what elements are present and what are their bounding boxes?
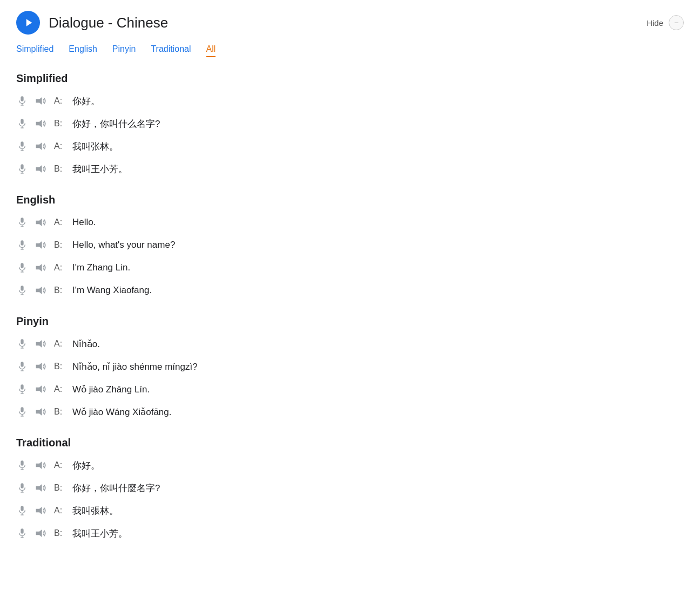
section-pinyin: Pinyin A:Nǐhǎo. B:Nǐhǎo, nǐ jiào shénme … bbox=[16, 315, 684, 420]
mic-icon[interactable] bbox=[16, 361, 28, 372]
speaker-label: A: bbox=[54, 218, 67, 227]
speaker-label: A: bbox=[54, 384, 67, 394]
svg-marker-64 bbox=[36, 529, 42, 537]
section-title-pinyin: Pinyin bbox=[16, 315, 684, 328]
svg-rect-49 bbox=[21, 460, 23, 465]
table-row: A:我叫張林。 bbox=[16, 502, 684, 519]
svg-marker-28 bbox=[36, 264, 42, 271]
table-row: A:Nǐhǎo. bbox=[16, 335, 684, 352]
tab-traditional[interactable]: Traditional bbox=[151, 44, 191, 57]
speaker-label: B: bbox=[54, 362, 67, 371]
table-row: B:Nǐhǎo, nǐ jiào shénme míngzì? bbox=[16, 358, 684, 375]
svg-rect-33 bbox=[21, 339, 23, 344]
speaker-icon[interactable] bbox=[33, 140, 49, 152]
speaker-icon[interactable] bbox=[33, 527, 49, 539]
header-left: Dialogue - Chinese bbox=[16, 11, 168, 35]
dialogue-text: Nǐhǎo. bbox=[72, 338, 100, 350]
speaker-icon[interactable] bbox=[33, 95, 49, 107]
table-row: A:I'm Zhang Lin. bbox=[16, 259, 684, 276]
speaker-icon[interactable] bbox=[33, 338, 49, 350]
table-row: A:Hello. bbox=[16, 214, 684, 231]
mic-icon[interactable] bbox=[16, 406, 28, 418]
dialogue-text: 你好，你叫什么名字? bbox=[72, 118, 160, 130]
dialogue-text: 我叫张林。 bbox=[72, 140, 118, 153]
tab-simplified[interactable]: Simplified bbox=[16, 44, 53, 57]
header: Dialogue - Chinese Hide − bbox=[16, 11, 684, 35]
play-button[interactable] bbox=[16, 11, 40, 35]
tab-english[interactable]: English bbox=[69, 44, 97, 57]
speaker-label: B: bbox=[54, 286, 67, 295]
svg-rect-1 bbox=[21, 96, 23, 101]
hide-link[interactable]: Hide bbox=[647, 18, 663, 28]
mic-icon[interactable] bbox=[16, 216, 28, 228]
speaker-icon[interactable] bbox=[33, 459, 49, 471]
svg-rect-9 bbox=[21, 141, 23, 146]
svg-marker-24 bbox=[36, 241, 42, 249]
svg-rect-17 bbox=[21, 218, 23, 222]
speaker-label: B: bbox=[54, 407, 67, 417]
mic-icon[interactable] bbox=[16, 383, 28, 395]
speaker-icon[interactable] bbox=[33, 361, 49, 372]
svg-marker-20 bbox=[36, 219, 42, 226]
mic-icon[interactable] bbox=[16, 284, 28, 296]
dialogue-text: 我叫王小芳。 bbox=[72, 527, 127, 540]
speaker-label: A: bbox=[54, 141, 67, 151]
speaker-icon[interactable] bbox=[33, 406, 49, 418]
page-title: Dialogue - Chinese bbox=[49, 15, 168, 31]
speaker-icon[interactable] bbox=[33, 505, 49, 517]
svg-marker-56 bbox=[36, 484, 42, 492]
speaker-label: B: bbox=[54, 164, 67, 174]
svg-rect-29 bbox=[21, 286, 23, 290]
dialogue-text: I'm Zhang Lin. bbox=[72, 262, 130, 273]
section-title-simplified: Simplified bbox=[16, 72, 684, 85]
speaker-label: A: bbox=[54, 339, 67, 349]
speaker-label: B: bbox=[54, 119, 67, 128]
svg-rect-37 bbox=[21, 362, 23, 366]
dialogue-text: I'm Wang Xiaofang. bbox=[72, 285, 152, 296]
svg-marker-36 bbox=[36, 340, 42, 348]
mic-icon[interactable] bbox=[16, 163, 28, 175]
svg-rect-57 bbox=[21, 506, 23, 511]
mic-icon[interactable] bbox=[16, 262, 28, 274]
mic-icon[interactable] bbox=[16, 118, 28, 130]
dialogue-text: Wǒ jiào Wáng Xiǎofāng. bbox=[72, 406, 171, 418]
speaker-label: A: bbox=[54, 460, 67, 470]
table-row: B:我叫王小芳。 bbox=[16, 160, 684, 178]
mic-icon[interactable] bbox=[16, 239, 28, 251]
tab-all[interactable]: All bbox=[206, 44, 216, 57]
section-english: English A:Hello. B:Hello, what's your na… bbox=[16, 194, 684, 299]
play-icon bbox=[24, 18, 34, 28]
table-row: B:你好，你叫什么名字? bbox=[16, 115, 684, 132]
svg-marker-60 bbox=[36, 507, 42, 514]
speaker-icon[interactable] bbox=[33, 482, 49, 494]
svg-marker-52 bbox=[36, 461, 42, 469]
speaker-icon[interactable] bbox=[33, 118, 49, 130]
mic-icon[interactable] bbox=[16, 527, 28, 539]
dialogue-text: Hello, what's your name? bbox=[72, 240, 175, 250]
tab-pinyin[interactable]: Pinyin bbox=[112, 44, 136, 57]
speaker-icon[interactable] bbox=[33, 216, 49, 228]
svg-marker-16 bbox=[36, 165, 42, 173]
speaker-icon[interactable] bbox=[33, 163, 49, 175]
speaker-icon[interactable] bbox=[33, 239, 49, 251]
svg-marker-44 bbox=[36, 385, 42, 393]
speaker-icon[interactable] bbox=[33, 383, 49, 395]
speaker-icon[interactable] bbox=[33, 284, 49, 296]
mic-icon[interactable] bbox=[16, 482, 28, 494]
svg-rect-61 bbox=[21, 528, 23, 533]
mic-icon[interactable] bbox=[16, 95, 28, 107]
speaker-label: A: bbox=[54, 96, 67, 106]
svg-marker-8 bbox=[36, 120, 42, 127]
table-row: B:I'm Wang Xiaofang. bbox=[16, 282, 684, 299]
speaker-icon[interactable] bbox=[33, 262, 49, 274]
dialogue-text: 你好。 bbox=[72, 459, 100, 472]
mic-icon[interactable] bbox=[16, 459, 28, 471]
dialogue-text: Wǒ jiào Zhāng Lín. bbox=[72, 384, 150, 395]
svg-marker-40 bbox=[36, 363, 42, 370]
mic-icon[interactable] bbox=[16, 338, 28, 350]
table-row: A:你好。 bbox=[16, 92, 684, 110]
mic-icon[interactable] bbox=[16, 505, 28, 517]
table-row: B:Hello, what's your name? bbox=[16, 236, 684, 254]
mic-icon[interactable] bbox=[16, 140, 28, 152]
collapse-button[interactable]: − bbox=[669, 15, 684, 30]
